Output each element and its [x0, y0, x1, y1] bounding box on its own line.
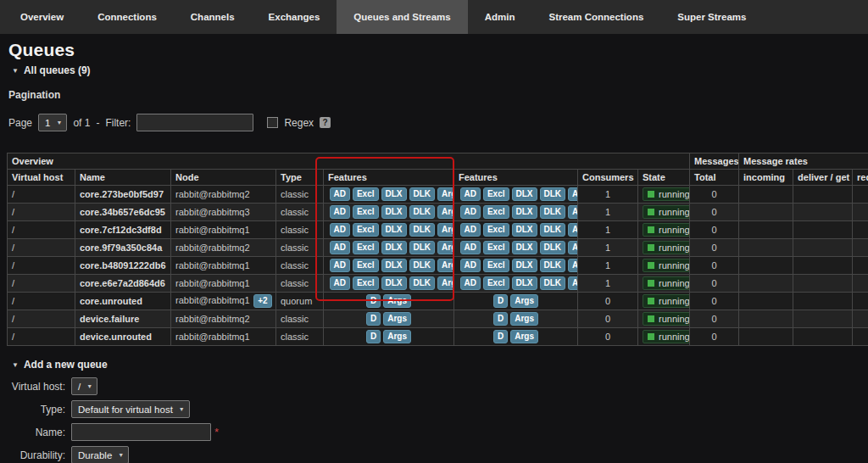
feature-badge-dlk: DLK: [540, 276, 566, 290]
nav-tab-exchanges[interactable]: Exchanges: [252, 0, 337, 34]
state-badge: running: [643, 223, 690, 237]
feature-badge-dlx: DLX: [381, 205, 407, 219]
column-header-features-4[interactable]: Features: [324, 170, 454, 186]
features-cell: ADExclDLXDLKArgs: [324, 257, 454, 275]
feature-badge-dlk: DLK: [409, 187, 436, 201]
queue-name-cell[interactable]: device.unrouted: [75, 328, 171, 346]
nav-tab-connections[interactable]: Connections: [81, 0, 174, 34]
queue-name-cell[interactable]: core.7cf12dc3df8d: [75, 221, 171, 239]
column-header-features-5[interactable]: Features: [454, 170, 578, 186]
queue-row: /core.273be0bf5d97rabbit@rabbitmq2classi…: [8, 186, 868, 204]
queue-name-cell[interactable]: device.failure: [75, 310, 171, 328]
column-header-state-7[interactable]: State: [638, 170, 690, 186]
page-of-text: of 1: [73, 117, 90, 129]
column-header-consumers-6[interactable]: Consumers: [578, 170, 638, 186]
queue-type-select[interactable]: Default for virtual host ▼: [71, 400, 190, 418]
vhost-cell: /: [8, 221, 75, 239]
queue-name-cell[interactable]: core.273be0bf5d97: [75, 186, 171, 204]
feature-badge-args: Args: [568, 187, 577, 201]
consumers-cell: 1: [578, 204, 638, 221]
features-cell: DArgs: [454, 310, 578, 328]
feature-badge-ad: AD: [460, 223, 481, 237]
nav-tab-queues-and-streams[interactable]: Queues and Streams: [337, 0, 467, 34]
feature-badge-ad: AD: [460, 187, 481, 201]
filter-input[interactable]: [136, 114, 253, 131]
durability-value: Durable: [78, 450, 112, 460]
running-indicator-icon: [648, 244, 654, 251]
feature-badge-args: Args: [383, 294, 411, 308]
feature-badge-ad: AD: [330, 241, 350, 254]
queue-name-cell[interactable]: core.e6e7a2d864d6: [75, 275, 171, 293]
column-header-incoming-9[interactable]: incoming: [739, 170, 793, 186]
feature-badge-dlx: DLX: [512, 241, 537, 254]
column-header-red-11[interactable]: red: [853, 170, 868, 186]
vhost-cell: /: [8, 328, 75, 346]
messages-total-cell: 0: [690, 257, 739, 275]
required-marker: *: [214, 426, 219, 438]
regex-checkbox[interactable]: [267, 117, 278, 128]
feature-badge-dlx: DLX: [512, 276, 537, 290]
nav-tab-admin[interactable]: Admin: [468, 0, 532, 34]
state-badge: running: [643, 276, 690, 290]
state-label: running: [659, 243, 690, 253]
column-header-deliver-get-10[interactable]: deliver / get: [793, 170, 853, 186]
column-header-node-2[interactable]: Node: [171, 170, 276, 186]
page-select[interactable]: 1 ▼: [38, 114, 67, 131]
nav-tab-super-streams[interactable]: Super Streams: [660, 0, 763, 34]
dash-separator: -: [96, 117, 99, 129]
queue-name-cell[interactable]: core.unrouted: [75, 293, 171, 310]
messages-total-cell: 0: [690, 328, 739, 346]
nav-tab-overview[interactable]: Overview: [3, 0, 81, 34]
vhost-cell: /: [8, 257, 75, 275]
feature-badge-dlx: DLX: [381, 276, 407, 290]
durability-select[interactable]: Durable ▼: [71, 446, 129, 463]
all-queues-toggle[interactable]: ▼ All queues (9): [12, 64, 868, 76]
rate-deliver-get-cell: [793, 186, 853, 204]
running-indicator-icon: [648, 191, 654, 198]
queue-name-input[interactable]: [71, 423, 211, 441]
collapse-triangle-icon: ▼: [12, 361, 19, 369]
running-indicator-icon: [648, 209, 654, 215]
rate-incoming-cell: [739, 293, 793, 310]
feature-badge-excl: Excl: [483, 241, 509, 254]
vhost-cell: /: [8, 239, 75, 257]
add-queue-form: Virtual host: / ▼ Type: Default for virt…: [0, 377, 868, 463]
feature-badge-excl: Excl: [483, 276, 509, 290]
node-cell: rabbit@rabbitmq1: [171, 275, 276, 293]
feature-badge-dlx: DLX: [512, 187, 537, 201]
state-cell: running: [638, 293, 690, 310]
vhost-cell: /: [8, 275, 75, 293]
column-header-total-8[interactable]: Total: [690, 170, 739, 186]
messages-total-cell: 0: [690, 275, 739, 293]
type-cell: classic: [276, 221, 324, 239]
nav-tab-channels[interactable]: Channels: [174, 0, 252, 34]
messages-total-cell: 0: [690, 293, 739, 310]
rate-redelivered-cell: [853, 257, 868, 275]
feature-badge-ad: AD: [460, 259, 481, 272]
help-icon[interactable]: ?: [320, 117, 331, 128]
column-header-name-1[interactable]: Name: [75, 170, 171, 186]
feature-badge-args: Args: [568, 276, 577, 290]
column-header-type-3[interactable]: Type: [276, 170, 324, 186]
queue-name-cell[interactable]: core.9f79a350c84a: [75, 239, 171, 257]
consumers-cell: 1: [578, 186, 638, 204]
state-cell: running: [638, 328, 690, 346]
feature-badge-dlx: DLX: [512, 259, 537, 272]
state-cell: running: [638, 275, 690, 293]
column-header-virtual-host-0[interactable]: Virtual host: [8, 170, 75, 186]
state-label: running: [659, 314, 690, 324]
virtual-host-select[interactable]: / ▼: [71, 377, 97, 395]
feature-badge-excl: Excl: [353, 187, 379, 201]
feature-badge-dlk: DLK: [540, 241, 566, 254]
collapse-triangle-icon: ▼: [12, 67, 19, 75]
running-indicator-icon: [648, 315, 654, 322]
chevron-down-icon: ▼: [86, 383, 92, 389]
rate-deliver-get-cell: [793, 310, 853, 328]
rate-incoming-cell: [739, 204, 793, 221]
nav-tab-stream-connections[interactable]: Stream Connections: [531, 0, 660, 34]
add-queue-toggle[interactable]: ▼ Add a new queue: [12, 359, 868, 371]
feature-badge-dlk: DLK: [540, 259, 566, 272]
state-cell: running: [638, 221, 690, 239]
queue-name-cell[interactable]: core.34b657e6dc95: [75, 204, 171, 221]
queue-name-cell[interactable]: core.b48091222db6: [75, 257, 171, 275]
